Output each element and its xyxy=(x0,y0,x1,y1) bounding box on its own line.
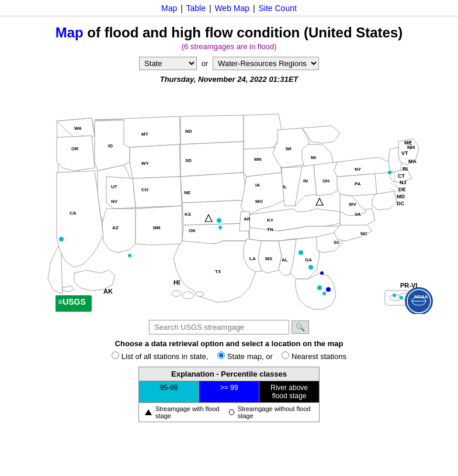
svg-point-78 xyxy=(326,287,331,292)
nav-sitecount[interactable]: Site Count xyxy=(259,4,297,13)
legend-label-without-stage: Streamgage without flood stage xyxy=(238,405,313,419)
location-controls: State Alabama Alaska Arizona Arkansas Ca… xyxy=(0,57,458,70)
top-navigation: Map | Table | Web Map | Site Count xyxy=(0,0,458,16)
map-container: VA NC SC GA AL MS LA TX OK KS NE SD ND C… xyxy=(16,86,442,314)
svg-text:LA: LA xyxy=(249,256,256,261)
region-select[interactable]: Water-Resources Regions New England Mid … xyxy=(213,57,319,70)
svg-text:ID: ID xyxy=(108,143,113,149)
legend-colors: 95-98 >= 99 River aboveflood stage xyxy=(139,381,319,403)
svg-text:HI: HI xyxy=(174,279,180,286)
or-label: or xyxy=(202,59,209,68)
svg-text:WA: WA xyxy=(74,126,82,131)
svg-point-72 xyxy=(308,265,313,270)
nav-webmap[interactable]: Web Map xyxy=(214,4,249,13)
search-area: 🔍 xyxy=(0,320,458,334)
svg-point-68 xyxy=(59,237,64,242)
svg-text:IA: IA xyxy=(255,182,260,188)
svg-text:OH: OH xyxy=(322,178,329,184)
svg-text:MA: MA xyxy=(408,158,417,164)
svg-text:AZ: AZ xyxy=(112,225,119,230)
svg-marker-81 xyxy=(316,198,323,205)
page-title: Map of flood and high flow condition (Un… xyxy=(0,16,458,42)
svg-text:≡USGS: ≡USGS xyxy=(58,297,86,306)
svg-line-2 xyxy=(394,182,398,188)
svg-text:TX: TX xyxy=(215,269,221,274)
svg-text:DC: DC xyxy=(397,201,404,206)
svg-text:NV: NV xyxy=(111,199,118,204)
svg-text:ND: ND xyxy=(185,129,192,134)
legend-icon-without-stage: Streamgage without flood stage xyxy=(229,405,313,419)
svg-text:RI: RI xyxy=(403,166,408,172)
svg-text:PA: PA xyxy=(355,181,361,187)
svg-text:NY: NY xyxy=(355,167,362,172)
svg-point-70 xyxy=(218,226,222,229)
svg-text:GA: GA xyxy=(305,257,312,263)
svg-text:NC: NC xyxy=(360,231,367,236)
svg-text:WV: WV xyxy=(349,202,357,207)
svg-text:TN: TN xyxy=(267,227,273,232)
svg-text:AR: AR xyxy=(244,216,251,222)
option-list[interactable]: List of all stations in state, xyxy=(112,352,210,361)
svg-point-73 xyxy=(393,294,396,297)
svg-text:WI: WI xyxy=(286,146,292,151)
circle-outline-icon xyxy=(229,409,234,415)
svg-point-71 xyxy=(299,250,303,255)
svg-text:IN: IN xyxy=(303,178,308,184)
svg-text:MI: MI xyxy=(311,155,316,160)
svg-text:CA: CA xyxy=(70,211,77,216)
legend-label-with-stage: Streamgage with flood stage xyxy=(155,405,229,419)
data-options: Choose a data retrieval option and selec… xyxy=(0,339,458,361)
svg-text:MO: MO xyxy=(255,199,263,204)
search-button[interactable]: 🔍 xyxy=(292,320,309,334)
svg-text:OR: OR xyxy=(71,146,78,151)
svg-text:WY: WY xyxy=(141,161,150,166)
svg-text:OK: OK xyxy=(189,228,196,233)
legend-icons: Streamgage with flood stage Streamgage w… xyxy=(139,403,319,422)
filled-triangle-icon xyxy=(145,409,152,415)
svg-text:DE: DE xyxy=(398,187,406,192)
data-options-description: Choose a data retrieval option and selec… xyxy=(0,339,458,348)
svg-text:VA: VA xyxy=(355,212,361,217)
svg-point-76 xyxy=(317,285,322,290)
svg-point-59 xyxy=(182,292,194,299)
svg-point-74 xyxy=(400,296,403,299)
state-select[interactable]: State Alabama Alaska Arizona Arkansas Ca… xyxy=(139,57,197,70)
legend-icon-with-stage: Streamgage with flood stage xyxy=(145,405,229,419)
svg-text:NJ: NJ xyxy=(400,180,407,185)
svg-text:NE: NE xyxy=(184,190,191,195)
svg-point-60 xyxy=(196,292,204,296)
svg-point-58 xyxy=(172,291,181,296)
svg-text:CO: CO xyxy=(141,187,148,192)
legend-container: Explanation - Percentile classes 95-98 >… xyxy=(138,367,320,422)
svg-line-1 xyxy=(390,182,398,188)
svg-text:CT: CT xyxy=(398,173,405,179)
svg-text:MT: MT xyxy=(141,132,148,137)
svg-text:SD: SD xyxy=(185,158,192,163)
svg-text:MD: MD xyxy=(397,194,405,199)
svg-point-82 xyxy=(128,254,131,257)
svg-text:NOAA: NOAA xyxy=(414,294,428,299)
svg-text:AL: AL xyxy=(282,257,288,263)
svg-point-75 xyxy=(388,171,391,174)
option-state-map[interactable]: State map, or xyxy=(217,352,275,361)
nav-map[interactable]: Map xyxy=(161,4,177,13)
svg-text:KY: KY xyxy=(267,218,274,223)
svg-text:VT: VT xyxy=(401,150,408,156)
option-nearest[interactable]: Nearest stations xyxy=(282,352,346,361)
svg-point-79 xyxy=(320,271,324,275)
search-input[interactable] xyxy=(149,320,289,334)
svg-text:ME: ME xyxy=(404,140,412,146)
legend-color-99: >= 99 xyxy=(199,381,259,402)
svg-point-69 xyxy=(217,218,221,223)
legend-color-95-98: 95-98 xyxy=(139,381,199,402)
svg-text:MS: MS xyxy=(265,256,273,261)
flood-count-subtitle: (6 streamgages are in flood) xyxy=(0,42,458,51)
legend-title: Explanation - Percentile classes xyxy=(139,367,319,381)
us-map-area[interactable]: VA NC SC GA AL MS LA TX OK KS NE SD ND C… xyxy=(16,86,442,314)
svg-text:UT: UT xyxy=(111,184,117,189)
svg-text:IL: IL xyxy=(283,184,287,189)
nav-table[interactable]: Table xyxy=(186,4,206,13)
svg-text:KS: KS xyxy=(185,212,192,217)
svg-point-77 xyxy=(322,292,326,295)
svg-text:NM: NM xyxy=(153,225,161,230)
